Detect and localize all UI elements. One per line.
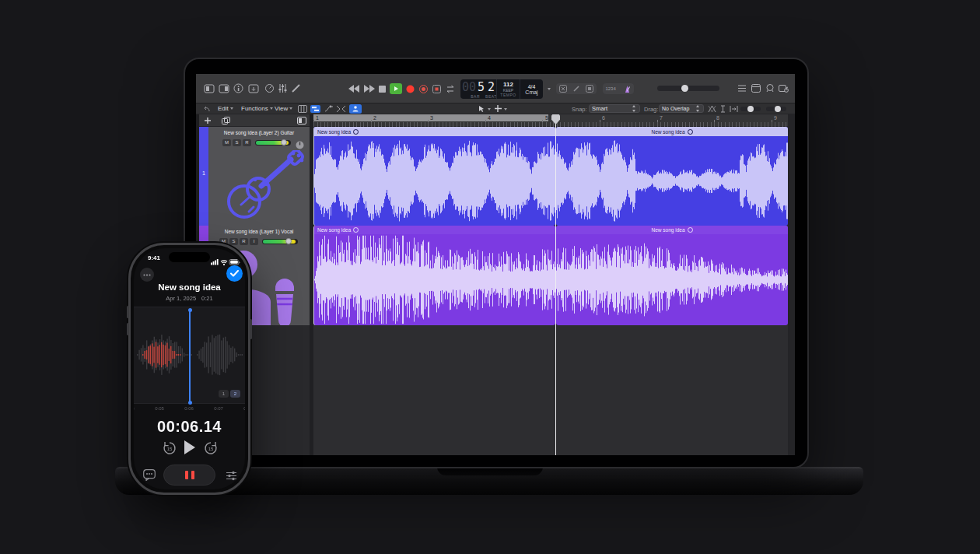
lcd-beat-label: BEAT <box>485 94 497 99</box>
autopunch-button[interactable] <box>432 85 441 93</box>
quick-help-icon[interactable] <box>233 83 243 93</box>
inspector-icon[interactable] <box>219 84 229 93</box>
pause-button[interactable] <box>163 465 215 486</box>
cycle-button[interactable] <box>445 85 456 93</box>
mixer-icon[interactable] <box>278 83 288 93</box>
layer-2-pill[interactable]: 2 <box>230 390 240 398</box>
battery-icon <box>229 260 240 265</box>
track2-record-enable-button[interactable]: R <box>240 238 248 245</box>
menu-edit[interactable]: Edit <box>218 103 233 114</box>
region-loop-icon <box>353 227 359 233</box>
options-button[interactable] <box>226 470 237 484</box>
ruler-bar-6: 6 <box>602 115 605 121</box>
skip-forward-button[interactable]: 15 <box>204 441 218 458</box>
pause-bar <box>191 471 194 479</box>
menu-view[interactable]: View <box>275 103 292 114</box>
guitar-region-2-label: New song idea <box>652 129 685 135</box>
more-button[interactable] <box>140 268 154 282</box>
drag-dropdown[interactable]: No Overlap <box>659 104 704 113</box>
track2-input-monitor-button[interactable]: I <box>250 238 258 245</box>
lcd-display[interactable]: 0052 BARBEAT 112 KEEP TEMPO 4/4 Cmaj <box>460 79 543 99</box>
phone-playhead[interactable] <box>189 310 191 402</box>
editors-icon[interactable] <box>291 83 301 93</box>
cellular-icon <box>211 259 219 265</box>
smart-controls-icon[interactable] <box>264 83 275 93</box>
right-edge-strip <box>788 114 795 455</box>
region-loop-icon <box>353 129 359 135</box>
track-alternatives-icon-selected[interactable] <box>349 104 362 114</box>
list-editors-icon[interactable] <box>737 84 747 93</box>
track-header-options-button[interactable] <box>297 117 306 124</box>
logic-pro-window: 0052 BARBEAT 112 KEEP TEMPO 4/4 Cmaj <box>196 74 795 455</box>
track1-header[interactable]: New song idea (Layer 2) Guitar M S R <box>208 127 310 226</box>
skip-back-button[interactable]: 15 <box>163 441 177 458</box>
loop-browser-icon[interactable] <box>765 83 775 93</box>
track1-volume-fader[interactable] <box>255 140 291 146</box>
automation-icon[interactable] <box>324 105 334 113</box>
ruler-bar-1: 1 <box>316 115 319 121</box>
rewind-button[interactable] <box>348 85 359 93</box>
vocal-region-1[interactable]: New song idea <box>313 226 555 325</box>
replace-record-button[interactable] <box>419 85 428 93</box>
iphone-screen: 9:41 New song idea Apr 1, 2025 0:21 <box>134 248 245 489</box>
stop-button[interactable] <box>379 86 386 93</box>
done-button[interactable] <box>226 265 243 282</box>
grid-view-icon[interactable] <box>298 105 307 113</box>
metronome-icon[interactable] <box>623 85 632 93</box>
checkmark-icon <box>230 270 239 277</box>
track2-solo-button[interactable]: S <box>229 238 238 245</box>
lcd-beat-value: 2 <box>488 80 495 94</box>
lcd-menu-chevron-icon[interactable] <box>548 88 551 90</box>
ruler-0-06: 0:06 <box>184 406 194 411</box>
track2-name: New song idea (Layer 1) Vocal <box>208 229 310 234</box>
snap-label: Snap: <box>572 106 587 113</box>
lcd-timesig-value: 4/4 <box>528 84 536 89</box>
browsers-icon[interactable] <box>779 83 789 93</box>
play-button-phone[interactable] <box>183 440 196 458</box>
horizontal-zoom-slider[interactable] <box>766 107 786 111</box>
play-button[interactable] <box>390 83 402 94</box>
record-button[interactable] <box>406 85 415 93</box>
text-tool-icon[interactable] <box>720 105 726 113</box>
forward-button[interactable] <box>364 85 375 93</box>
duplicate-track-button[interactable] <box>222 117 230 124</box>
ruler-bar-3: 3 <box>430 115 433 121</box>
display-mode-icon[interactable] <box>586 85 593 93</box>
track1-solo-button[interactable]: S <box>233 139 241 146</box>
midi-status-group <box>556 83 597 94</box>
catch-playhead-icon[interactable] <box>730 105 738 113</box>
guitar-region-2[interactable]: New song idea <box>556 127 788 226</box>
guitar-region-1[interactable]: New song idea <box>313 127 555 226</box>
note-pads-icon[interactable] <box>751 84 761 93</box>
track1-record-enable-button[interactable]: R <box>243 139 251 146</box>
transcript-button[interactable] <box>143 469 156 484</box>
track1-mute-button[interactable]: M <box>222 139 231 146</box>
volume-down-button <box>127 323 129 335</box>
track2-volume-fader[interactable] <box>262 239 298 244</box>
snap-dropdown[interactable]: Smart <box>589 104 640 113</box>
menu-functions[interactable]: Functions <box>241 103 273 114</box>
crossfade-icon[interactable] <box>708 105 716 113</box>
elapsed-timer: 00:06.14 <box>134 418 245 436</box>
guitar-waveform-1 <box>314 136 555 226</box>
command-tool-menu[interactable] <box>495 105 502 112</box>
library-icon[interactable] <box>204 84 215 93</box>
region-loop-icon <box>688 129 693 135</box>
count-in-button[interactable]: 1234 <box>605 86 615 91</box>
lcd-key-value: Cmaj <box>525 89 537 95</box>
toolbar-toggle-icon[interactable] <box>248 84 259 93</box>
pencil-icon[interactable] <box>572 85 580 93</box>
master-volume-slider[interactable] <box>657 86 719 91</box>
vocal-region-2[interactable]: New song idea <box>556 226 788 325</box>
add-track-button[interactable] <box>204 117 212 124</box>
lcd-bar-label: BAR <box>471 94 480 99</box>
layer-1-pill[interactable]: 1 <box>219 390 229 398</box>
no-input-icon[interactable] <box>559 85 567 93</box>
back-icon[interactable] <box>203 106 211 113</box>
regions-view-icon-selected[interactable] <box>310 105 320 113</box>
ellipsis-icon <box>143 274 151 276</box>
playhead-line[interactable] <box>555 121 556 455</box>
pointer-tool-menu[interactable] <box>478 105 485 113</box>
flex-icon[interactable] <box>336 105 346 113</box>
vertical-zoom-slider[interactable] <box>740 107 761 111</box>
